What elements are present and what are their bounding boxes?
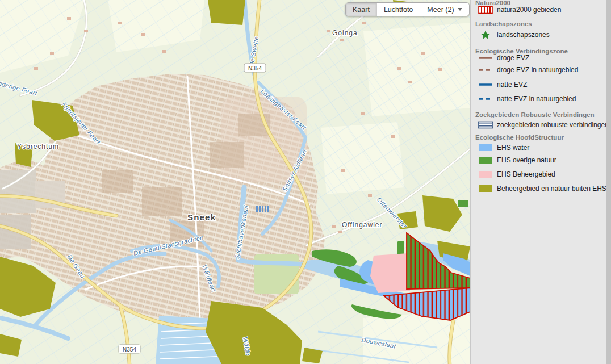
blue-horizontal-hatch-swatch <box>478 120 493 130</box>
legend-item-label: droge EVZ <box>497 53 529 62</box>
map-type-meer-button[interactable]: Meer (2) <box>420 3 468 16</box>
legend-item: droge EVZ <box>471 53 607 63</box>
map-canvas[interactable]: De Swette dderige Feart Frjentsjerter Fe… <box>0 0 470 364</box>
ehs-beheergebied-swatch <box>478 169 493 179</box>
road-shield-n354-north: N354 <box>244 64 266 72</box>
brown-dashed-line <box>478 65 493 75</box>
legend-item-label: Beheergebied en natuur buiten EHS <box>497 184 606 193</box>
map-viewport[interactable]: De Swette dderige Feart Frjentsjerter Fe… <box>0 0 470 364</box>
legend-item: zoekgebieden robuuste verbindingen <box>471 120 607 130</box>
green-star-icon <box>478 30 493 40</box>
legend-scrollbar[interactable] <box>606 0 611 364</box>
svg-text:N354: N354 <box>123 346 136 353</box>
overlay-ehs-beheergebied <box>370 253 410 293</box>
application-window: De Swette dderige Feart Frjentsjerter Fe… <box>0 0 611 364</box>
legend-item-label: EHS Beheergebied <box>497 170 555 179</box>
beheergebied-buiten-ehs-swatch <box>478 183 493 194</box>
map-type-control: Kaart Luchtfoto Meer (2) <box>345 2 470 16</box>
svg-text:N354: N354 <box>248 65 262 72</box>
legend-item-label: natura2000 gebieden <box>497 5 561 14</box>
map-type-kaart-button[interactable]: Kaart <box>346 3 376 16</box>
legend-item: droge EVZ in natuurgebied <box>471 65 607 75</box>
legend-header-landschapszones: Landschapszones <box>475 19 595 28</box>
ehs-overige-natuur-swatch <box>478 155 493 165</box>
town-label-goinga: Goinga <box>332 29 358 37</box>
meer-button-label: Meer (2) <box>427 6 454 14</box>
legend-header-ehs: Ecologische HoofdStructuur <box>475 133 595 142</box>
brown-solid-line <box>478 53 493 63</box>
red-vertical-hatch-swatch <box>478 5 493 15</box>
legend-item: EHS overige natuur <box>471 155 607 165</box>
chevron-down-icon <box>458 8 462 11</box>
blue-solid-line <box>478 80 493 90</box>
legend-header-zoekgebieden: Zoekgebieden Robuuste Verbindingen <box>475 110 595 119</box>
legend-item-label: droge EVZ in natuurgebied <box>497 65 578 74</box>
legend-item-label: EHS water <box>497 143 529 152</box>
legend-item-label: EHS overige natuur <box>497 156 556 165</box>
legend-item: natte EVZ in natuurgebied <box>471 94 607 104</box>
legend-item: Beheergebied en natuur buiten EHS <box>471 183 607 194</box>
map-type-luchtfoto-button[interactable]: Luchtfoto <box>376 3 420 16</box>
legend-item-label: natte EVZ in natuurgebied <box>497 94 576 103</box>
legend-item: EHS water <box>471 143 607 153</box>
town-label-ysbrechtum: Ysbrechtum <box>17 143 59 150</box>
legend-panel: Natura2000 natura2000 gebieden Landschap… <box>470 0 611 364</box>
legend-item: landschapszones <box>471 30 607 40</box>
legend-item-label: zoekgebieden robuuste verbindingen <box>497 120 609 129</box>
legend-item-label: natte EVZ <box>497 80 527 89</box>
legend-item-label: landschapszones <box>497 30 550 39</box>
road-shield-n354-south: N354 <box>119 345 140 353</box>
legend-item: natura2000 gebieden <box>471 5 607 15</box>
ehs-water-swatch <box>478 143 493 153</box>
legend-item: natte EVZ <box>471 80 607 90</box>
town-label-sneek: Sneek <box>187 212 216 222</box>
town-label-offingawier: Offingawier <box>342 221 382 229</box>
legend-item: EHS Beheergebied <box>471 169 607 179</box>
blue-dashed-line <box>478 94 493 104</box>
